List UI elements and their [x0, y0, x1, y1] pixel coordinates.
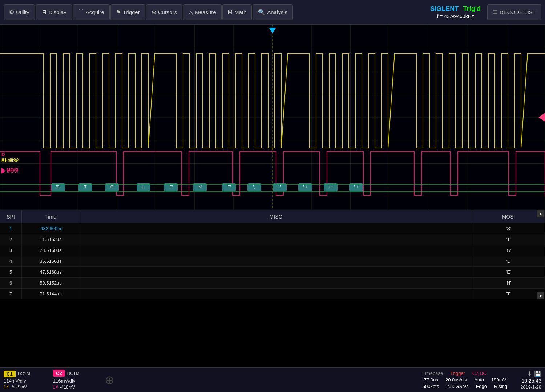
math-label: Math — [234, 9, 246, 15]
decode-list-button[interactable]: ☰ DECODE LIST — [487, 4, 541, 20]
c2-mult: 1X — [53, 385, 58, 390]
td-time: 59.5152us — [22, 278, 80, 288]
trigger-label: Trigger — [450, 371, 465, 376]
list-icon: ☰ — [493, 9, 497, 16]
c1-badge: C1 — [4, 371, 16, 377]
td-mosi: 'S' — [472, 223, 545, 234]
td-spi: 2 — [0, 234, 22, 245]
c2-info: C2 DC1M 116mV/div 1X -418mV — [53, 370, 97, 390]
c2-scale: 116mV/div — [53, 378, 75, 384]
c2-badge: C2 — [53, 370, 65, 377]
cursors-button[interactable]: ⊕ Cursors — [146, 4, 183, 20]
td-miso — [80, 223, 472, 234]
timebase-info: Timebase Trigger C2:DC -77.0us 20.0us/di… — [423, 371, 507, 389]
td-time: -482.800ns — [22, 223, 80, 234]
table-row[interactable]: 6 59.5152us 'N' — [0, 278, 545, 289]
clock-display: ⬇ 💾 10:25:43 2019/1/28 — [520, 370, 541, 390]
measure-label: Measure — [195, 9, 216, 15]
col-header-miso: MISO — [80, 210, 472, 223]
td-miso — [80, 245, 472, 256]
tb-pts: 500kpts — [423, 384, 439, 389]
c1-offset: -58.9mV — [11, 384, 27, 389]
measure-button[interactable]: △ Measure — [183, 4, 221, 20]
miso-label: MISO — [8, 158, 20, 163]
decode-list-label: DECODE LIST — [500, 9, 536, 15]
td-spi: 4 — [0, 256, 22, 266]
trigger-button[interactable]: ⚑ Trigger — [110, 4, 145, 20]
c1-scale: 114mV/div — [4, 378, 26, 384]
table-row[interactable]: 1 -482.800ns 'S' — [0, 223, 545, 234]
acquire-button[interactable]: ⌒ Acquire — [73, 4, 110, 20]
cursors-icon: ⊕ — [152, 9, 156, 16]
td-time: 11.5152us — [22, 234, 80, 245]
math-icon: M — [228, 9, 233, 16]
acquire-label: Acquire — [86, 9, 104, 15]
utility-button[interactable]: ⚙ Utility — [4, 4, 35, 20]
frequency-display: f = 43.99460kHz — [430, 13, 481, 20]
td-mosi: 'T' — [472, 289, 545, 299]
td-time: 71.5144us — [22, 289, 80, 299]
table-row[interactable]: 2 11.5152us 'T' — [0, 234, 545, 245]
crosshair-symbol: ⊕ — [105, 373, 114, 387]
td-time: 35.5156us — [22, 256, 80, 266]
trigger-slope: Rising — [494, 384, 507, 389]
td-miso — [80, 289, 472, 299]
waveform-canvas[interactable] — [0, 25, 545, 210]
math-button[interactable]: M Math — [222, 4, 252, 20]
td-miso — [80, 267, 472, 277]
status-bar: C1 DC1M 114mV/div 1X -58.9mV C2 DC1M 116… — [0, 367, 545, 392]
td-miso — [80, 234, 472, 245]
col-header-time: Time — [22, 210, 80, 223]
td-mosi: 'N' — [472, 278, 545, 288]
table-row[interactable]: 4 35.5156us 'L' — [0, 256, 545, 267]
trigger-icon: ⚑ — [116, 9, 121, 16]
display-icon: 🖥 — [41, 9, 47, 16]
acquire-icon: ⌒ — [78, 8, 84, 16]
mosi-arrow-indicator: ▶ — [1, 168, 5, 174]
trigger-coupling-display: C2:DC — [472, 371, 487, 376]
measure-icon: △ — [189, 9, 193, 16]
tb-sample: 2.50GSa/s — [446, 384, 468, 389]
td-mosi: 'L' — [472, 256, 545, 266]
col-header-mosi: MOSI — [472, 210, 545, 223]
clock-date: 2019/1/28 — [520, 384, 541, 390]
table-row[interactable]: 3 23.5160us 'G' — [0, 245, 545, 256]
display-label: Display — [49, 9, 66, 15]
right-trigger-arrow — [538, 113, 545, 122]
td-spi: 7 — [0, 289, 22, 299]
td-spi: 5 — [0, 267, 22, 277]
tb-scale: 20.0us/div — [445, 377, 467, 383]
ch1-label-area: S1 MISO — [1, 158, 19, 163]
toolbar: ⚙ Utility 🖥 Display ⌒ Acquire ⚑ Trigger … — [0, 0, 545, 25]
table-header: SPI Time MISO MOSI — [0, 210, 545, 223]
trig-state: Trig'd — [463, 5, 481, 12]
td-spi: 3 — [0, 245, 22, 256]
clock-time: 10:25:43 — [522, 378, 542, 384]
scroll-down-button[interactable]: ▼ — [537, 292, 544, 299]
utility-label: Utility — [16, 9, 29, 15]
decode-table: SPI Time MISO MOSI 1 -482.800ns 'S' 2 11… — [0, 210, 545, 299]
analysis-button[interactable]: 🔍 Analysis — [253, 4, 293, 20]
trigger-label: Trigger — [123, 9, 140, 15]
td-mosi: 'T' — [472, 234, 545, 245]
mosi-label-area: ▶ MOSI — [1, 168, 18, 174]
td-miso — [80, 278, 472, 288]
table-body: 1 -482.800ns 'S' 2 11.5152us 'T' 3 23.51… — [0, 223, 545, 299]
table-row[interactable]: 5 47.5168us 'E' — [0, 267, 545, 278]
analysis-label: Analysis — [267, 9, 287, 15]
td-mosi: 'E' — [472, 267, 545, 277]
c1-coupling: DC1M — [18, 371, 30, 376]
usb-icon: ⬇ — [527, 370, 532, 377]
scroll-up-button[interactable]: ▲ — [537, 210, 544, 217]
trigger-mode: Auto — [474, 377, 484, 383]
trigger-level: 189mV — [491, 377, 506, 383]
display-button[interactable]: 🖥 Display — [36, 4, 72, 20]
gear-icon: ⚙ — [9, 9, 14, 16]
td-miso — [80, 256, 472, 266]
td-spi: 1 — [0, 223, 22, 234]
td-mosi: 'G' — [472, 245, 545, 256]
cursors-label: Cursors — [158, 9, 177, 15]
analysis-icon: 🔍 — [258, 9, 265, 16]
scope-display: S1 MISO ▶ MOSI — [0, 25, 545, 210]
table-row[interactable]: 7 71.5144us 'T' — [0, 289, 545, 299]
